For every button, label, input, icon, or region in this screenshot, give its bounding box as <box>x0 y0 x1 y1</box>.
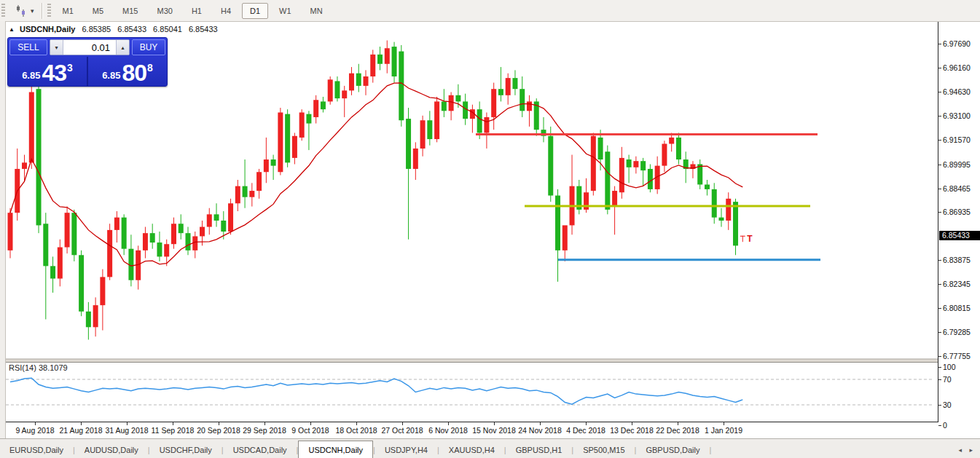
candle-body <box>605 151 610 210</box>
candle-body <box>512 78 517 89</box>
volume-value[interactable]: 0.01 <box>63 40 116 55</box>
date-axis-tick <box>632 422 632 425</box>
chart-tab-usdcad-daily[interactable]: USDCAD,Daily <box>224 442 297 458</box>
volume-decrease-button[interactable]: ▾ <box>50 40 63 55</box>
date-axis-label: 20 Sep 2018 <box>197 426 240 435</box>
timeframe-button-m1[interactable]: M1 <box>55 3 82 19</box>
tab-scroll-arrows[interactable]: ◂ ▸ <box>958 446 976 454</box>
price-axis[interactable]: 6.976906.961606.946306.931006.915706.899… <box>938 22 980 422</box>
chart-tab-usdcnh-daily[interactable]: USDCNH,Daily <box>298 441 373 458</box>
price-axis-label: 6.80815 <box>943 304 971 312</box>
price-axis-label: 6.77755 <box>943 352 971 360</box>
price-axis-label: 6.82345 <box>943 280 971 288</box>
volume-stepper: ▾ 0.01 ▴ <box>50 39 130 55</box>
candle-body <box>591 136 596 191</box>
date-axis-tick <box>724 422 724 425</box>
candle-body <box>79 255 84 311</box>
buy-price-fraction: 8 <box>147 62 153 74</box>
timeframe-button-m5[interactable]: M5 <box>85 3 111 19</box>
timeframe-button-m15[interactable]: M15 <box>114 3 146 19</box>
candle-body <box>143 233 148 250</box>
timeframe-button-m30[interactable]: M30 <box>149 3 181 19</box>
date-axis-label: 4 Dec 2018 <box>566 426 605 435</box>
timeframe-button-d1[interactable]: D1 <box>242 3 268 19</box>
candle-body <box>627 159 632 167</box>
candle-body <box>171 224 176 244</box>
price-axis-label: 6.89995 <box>943 160 971 169</box>
timeframe-toolbar-grip[interactable] <box>47 4 51 18</box>
buy-price-prefix: 6.85 <box>102 70 120 81</box>
date-axis[interactable]: 9 Aug 201821 Aug 201831 Aug 201811 Sep 2… <box>6 422 938 438</box>
toolbar-separator <box>42 3 43 19</box>
date-axis-label: 21 Aug 2018 <box>60 426 103 435</box>
chart-title-line: ▲ USDCNH,Daily 6.85385 6.85433 6.85041 6… <box>9 25 218 33</box>
date-axis-tick <box>540 422 541 425</box>
candle-body <box>349 74 354 91</box>
date-axis-label: 11 Sep 2018 <box>152 426 195 435</box>
candle-body <box>43 224 48 266</box>
chart-tab-usdchf-daily[interactable]: USDCHF,Daily <box>150 442 222 458</box>
sell-button[interactable]: SELL <box>9 39 47 55</box>
buy-price[interactable]: 6.85 80 8 <box>88 57 167 86</box>
chart-tab-usdjpy-h4[interactable]: USDJPY,H4 <box>375 442 437 458</box>
candle-body <box>8 213 13 250</box>
sell-price-fraction: 3 <box>67 62 73 74</box>
price-axis-label: 6.79285 <box>943 328 971 336</box>
rsi-indicator-label: RSI(14) 38.1079 <box>9 363 68 372</box>
chart-tab-xauusd-h4[interactable]: XAUUSD,H4 <box>439 442 504 458</box>
candle-body <box>271 159 276 166</box>
volume-increase-button[interactable]: ▴ <box>116 40 129 55</box>
timeframe-button-h4[interactable]: H4 <box>213 3 239 19</box>
candle-body <box>86 312 91 328</box>
price-axis-label: 6.83875 <box>943 256 971 264</box>
candle-body <box>370 55 375 76</box>
date-axis-tick <box>494 422 495 425</box>
candle-body <box>640 161 646 170</box>
candle-body <box>392 47 397 76</box>
candle-body <box>719 218 724 221</box>
timeframe-button-w1[interactable]: W1 <box>271 3 299 19</box>
candle-body <box>669 138 674 144</box>
date-axis-label: 15 Nov 2018 <box>472 426 516 435</box>
candle-body <box>157 242 162 256</box>
candle-body <box>527 101 532 111</box>
price-axis-label: 6.88465 <box>943 184 971 193</box>
candle-body <box>705 184 710 189</box>
candle-body <box>399 52 404 121</box>
chart-tab-eurusd-daily[interactable]: EURUSD,Daily <box>0 442 73 458</box>
candle-body <box>200 227 205 237</box>
candle-body <box>477 109 482 133</box>
collapse-panel-icon[interactable]: ▲ <box>9 26 15 33</box>
candle-body <box>36 89 42 225</box>
candle-body <box>334 81 340 98</box>
candle-body <box>697 164 702 184</box>
sell-price[interactable]: 6.85 43 3 <box>8 57 88 86</box>
date-axis-label: 13 Dec 2018 <box>610 426 654 435</box>
chart-tab-sp500-m15[interactable]: SP500,M15 <box>573 442 634 458</box>
candle-body <box>65 213 70 247</box>
candle-body <box>562 225 568 250</box>
candle-body <box>498 89 503 95</box>
candle-body <box>726 199 731 221</box>
candle-body <box>740 236 745 237</box>
ohlc-high: 6.85433 <box>117 25 146 33</box>
date-axis-tick <box>35 422 36 425</box>
timeframe-button-h1[interactable]: H1 <box>184 3 210 19</box>
candle-body <box>648 169 653 189</box>
timeframe-button-mn[interactable]: MN <box>302 3 331 19</box>
candle-body <box>249 191 254 197</box>
price-axis-label: 6.86935 <box>943 208 971 216</box>
chart-type-dropdown-caret-icon[interactable]: ▾ <box>31 7 34 15</box>
price-axis-label: 6.96160 <box>943 63 971 72</box>
chart-tab-audusd-daily[interactable]: AUDUSD,Daily <box>75 442 148 458</box>
candle-body <box>186 233 191 250</box>
candlestick-chart-icon[interactable] <box>13 4 29 18</box>
date-axis-tick <box>127 422 128 425</box>
candle-body <box>292 136 297 158</box>
toolbar-grip[interactable] <box>1 4 5 18</box>
candle-body <box>377 55 383 64</box>
buy-button[interactable]: BUY <box>132 39 165 55</box>
chart-tab-gbpusd-daily[interactable]: GBPUSD,Daily <box>636 442 709 458</box>
date-axis-label: 9 Oct 2018 <box>291 426 329 435</box>
chart-tab-gbpusd-h1[interactable]: GBPUSD,H1 <box>506 442 572 458</box>
